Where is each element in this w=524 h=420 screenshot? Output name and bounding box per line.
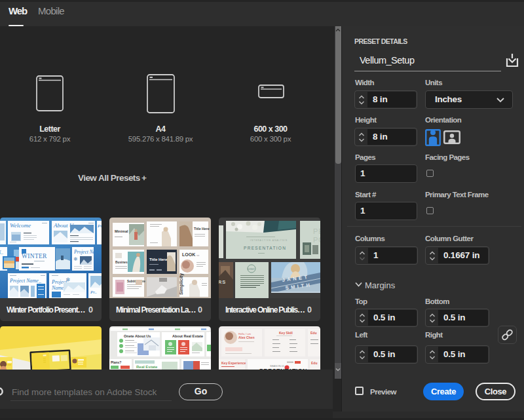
svg-text:Alex Chen: Alex Chen bbox=[238, 335, 254, 339]
svg-text:Welcome: Welcome bbox=[10, 222, 31, 229]
svg-text:WINTER: WINTER bbox=[22, 253, 47, 259]
svg-text:PO: PO bbox=[313, 236, 320, 244]
svg-text:INTERACTIVE ANALYSIS: INTERACTIVE ANALYSIS bbox=[250, 239, 288, 242]
svg-text:Pr..: Pr.. bbox=[90, 290, 97, 295]
svg-text:Plans?: Plans? bbox=[111, 360, 121, 364]
svg-text:LOOK: LOOK bbox=[182, 252, 195, 257]
svg-text:Key Experience: Key Experience bbox=[221, 361, 246, 365]
svg-text:PE: PE bbox=[313, 227, 320, 235]
svg-text:Title Here: Title Here bbox=[194, 227, 210, 231]
svg-text:About Real Estate: About Real Estate bbox=[172, 334, 203, 338]
svg-text:Project Name_: Project Name_ bbox=[73, 249, 102, 255]
svg-text:Pr: Pr bbox=[97, 223, 102, 229]
svg-text:❄: ❄ bbox=[66, 277, 71, 283]
svg-text:Real Estate: Real Estate bbox=[136, 365, 158, 369]
svg-text:PRESENTATION: PRESENTATION bbox=[244, 246, 286, 250]
svg-text:Edu: Edu bbox=[310, 331, 316, 335]
svg-text:Key Skill: Key Skill bbox=[279, 331, 293, 335]
svg-text:Name: Name bbox=[51, 285, 64, 291]
svg-text:RS: RS bbox=[219, 279, 226, 285]
svg-text:Minimal: Minimal bbox=[115, 229, 128, 233]
svg-text:❄: ❄ bbox=[73, 256, 78, 262]
svg-text:Simplicity: Simplicity bbox=[179, 273, 184, 295]
svg-text:Title Here: Title Here bbox=[149, 258, 168, 261]
svg-text:Edu: Edu bbox=[311, 361, 317, 365]
svg-text:N..: N.. bbox=[0, 250, 3, 256]
svg-text:LOGO: LOGO bbox=[248, 268, 254, 271]
svg-text:Project Name_: Project Name_ bbox=[9, 278, 42, 284]
